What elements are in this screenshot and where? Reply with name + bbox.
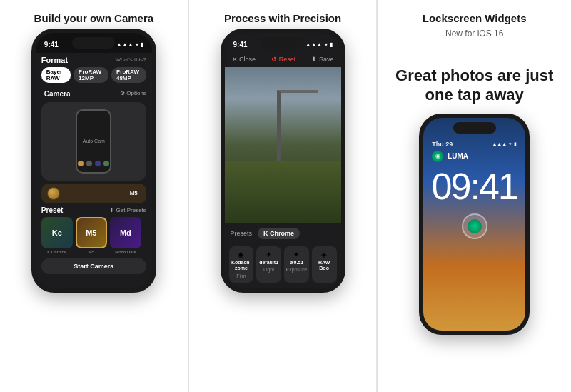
active-preset-chip[interactable]: K Chrome bbox=[258, 228, 300, 239]
reset-button[interactable]: ↺ Reset bbox=[271, 56, 295, 63]
lock-battery-icon: ▮ bbox=[514, 141, 517, 147]
pill-proraw-48[interactable]: ProRAW 48MP bbox=[111, 67, 146, 83]
col1-title: Build your own Camera bbox=[34, 11, 154, 26]
preset-kc-text: Kc bbox=[52, 228, 62, 237]
exposure-icon: ✦ bbox=[293, 251, 299, 258]
phone1-time: 9:41 bbox=[44, 41, 59, 49]
get-presets-button[interactable]: ⬇ Get Presets bbox=[109, 207, 146, 213]
format-label: Format bbox=[41, 56, 68, 64]
format-bar: Format What's this? bbox=[39, 56, 149, 64]
raw-icon: ◈ bbox=[321, 251, 327, 258]
kodachrome-sub: Film bbox=[236, 273, 246, 278]
tool-light[interactable]: ☀ default1 Light bbox=[256, 246, 281, 283]
preset-header: Preset ⬇ Get Presets bbox=[41, 206, 146, 214]
pill-proraw-12[interactable]: ProRAW 12MP bbox=[74, 67, 108, 83]
light-icon: ☀ bbox=[266, 251, 272, 258]
camera-controls: M5 bbox=[41, 184, 146, 203]
close-button[interactable]: ✕ Close bbox=[232, 56, 256, 63]
phone1-status-icons: ▲▲▲ ▾ ▮ bbox=[116, 41, 143, 48]
preset-md-name: Mono Dark bbox=[110, 250, 141, 254]
phone1-notch bbox=[72, 37, 115, 49]
phone3-notch bbox=[453, 122, 496, 134]
start-camera-label: Start Camera bbox=[74, 263, 113, 270]
pill-bayer-raw[interactable]: Bayer RAW bbox=[41, 67, 71, 83]
preset-item-m5[interactable]: M5 M5 bbox=[76, 217, 107, 254]
tool-raw[interactable]: ◈ RAW Boo bbox=[312, 246, 337, 283]
process-tools: ◉ Kodach­zome Film ☀ default1 Light ✦ ⌀ … bbox=[225, 243, 341, 288]
exposure-sub: Exposure bbox=[286, 267, 308, 272]
photo-ground bbox=[225, 161, 341, 223]
wifi2-icon: ▾ bbox=[325, 41, 328, 48]
preset-md-text: Md bbox=[120, 228, 131, 237]
dot3 bbox=[95, 161, 101, 166]
phone3-content: Thu 29 ▲▲▲ ▾ ▮ ◉ LUMA 09:41 bbox=[423, 118, 525, 331]
phone1: 9:41 ▲▲▲ ▾ ▮ Format What's this? Bayer R… bbox=[31, 29, 156, 293]
lock-bg-gradient bbox=[423, 245, 525, 331]
lock-status-icons: ▲▲▲ ▾ ▮ bbox=[492, 141, 517, 147]
tool-exposure[interactable]: ✦ ⌀ 0.51 Exposure bbox=[284, 246, 309, 283]
lockscreen-phone-container: Thu 29 ▲▲▲ ▾ ▮ ◉ LUMA 09:41 bbox=[419, 114, 530, 335]
camera-label: Camera bbox=[44, 90, 71, 98]
camera-preview: Auto Cam bbox=[41, 102, 146, 181]
col3-title: Lockscreen Widgets bbox=[423, 11, 527, 26]
wifi-icon: ▾ bbox=[136, 41, 138, 48]
options-button[interactable]: ⚙ Options bbox=[120, 90, 146, 96]
phone2-content: ✕ Close ↺ Reset ⬆ Save Presets K Chrome … bbox=[225, 33, 341, 288]
exposure-label: ⌀ 0.51 bbox=[290, 260, 304, 266]
whats-this: What's this? bbox=[116, 56, 146, 63]
col2-title: Process with Precision bbox=[224, 11, 341, 26]
phone1-content: Format What's this? Bayer RAW ProRAW 12M… bbox=[36, 53, 152, 288]
signal2-icon: ▲▲▲ bbox=[305, 41, 323, 48]
dot2 bbox=[86, 161, 92, 166]
m5-badge: M5 bbox=[130, 190, 138, 196]
dot1 bbox=[78, 161, 84, 166]
lock-wifi-icon: ▾ bbox=[509, 141, 512, 147]
battery2-icon: ▮ bbox=[330, 41, 333, 48]
luma-inner: ◉ bbox=[435, 153, 440, 159]
color-dots bbox=[78, 161, 109, 166]
col2-section: Process with Precision 9:41 ▲▲▲ ▾ ▮ ✕ Cl… bbox=[189, 0, 378, 392]
preset-section: Preset ⬇ Get Presets Kc K Chrome M5 bbox=[39, 203, 149, 254]
col1-section: Build your own Camera 9:41 ▲▲▲ ▾ ▮ Forma… bbox=[0, 0, 188, 392]
lock-clock: 09:41 bbox=[423, 168, 525, 205]
phone2: 9:41 ▲▲▲ ▾ ▮ ✕ Close ↺ Reset ⬆ Save Pres… bbox=[221, 29, 345, 293]
preset-label: Preset bbox=[41, 206, 64, 214]
luma-icon: ◉ bbox=[432, 151, 443, 162]
col3-section: Lockscreen Widgets New for iOS 16 Great … bbox=[378, 0, 571, 392]
start-camera-button[interactable]: Start Camera bbox=[41, 258, 146, 274]
light-sub: Light bbox=[263, 267, 274, 272]
luma-label: LUMA bbox=[448, 152, 468, 160]
preset-item-kc[interactable]: Kc K Chrome bbox=[41, 217, 73, 254]
tool-kodachrome[interactable]: ◉ Kodach­zome Film bbox=[229, 246, 254, 283]
kodachrome-icon: ◉ bbox=[238, 251, 244, 258]
lock-signal-icon: ▲▲▲ bbox=[492, 141, 507, 146]
hero-text-content: Great photos are just one tap away bbox=[395, 66, 553, 104]
widget-inner-icon bbox=[468, 219, 482, 233]
lock-widget bbox=[423, 213, 525, 239]
kodachrome-label: Kodach­zome bbox=[231, 260, 251, 272]
hero-text: Great photos are just one tap away bbox=[386, 66, 562, 105]
photo-structure bbox=[277, 90, 318, 169]
preset-m5-name: M5 bbox=[76, 250, 107, 254]
widget-circle bbox=[462, 213, 487, 239]
battery-icon: ▮ bbox=[141, 41, 143, 48]
photo-preview bbox=[225, 67, 341, 223]
phone3: Thu 29 ▲▲▲ ▾ ▮ ◉ LUMA 09:41 bbox=[419, 114, 530, 335]
phone2-status-icons: ▲▲▲ ▾ ▮ bbox=[305, 41, 333, 48]
dot4 bbox=[103, 161, 109, 166]
phone2-time: 9:41 bbox=[233, 41, 248, 49]
preset-item-md[interactable]: Md Mono Dark bbox=[110, 217, 141, 254]
preset-m5-text: M5 bbox=[86, 228, 96, 237]
preset-kc-name: K Chrome bbox=[41, 250, 73, 254]
save-button[interactable]: ⬆ Save bbox=[311, 56, 333, 63]
raw-label: RAW Boo bbox=[315, 260, 334, 272]
control-knob[interactable] bbox=[47, 187, 60, 200]
lock-time: Thu 29 bbox=[432, 141, 453, 148]
phone2-notch bbox=[261, 37, 304, 49]
auto-cam-label: Auto Cam bbox=[83, 139, 105, 144]
light-label: default1 bbox=[259, 260, 278, 266]
lock-app-row: ◉ LUMA bbox=[423, 148, 525, 165]
format-pills: Bayer RAW ProRAW 12MP ProRAW 48MP bbox=[39, 67, 149, 83]
preset-items: Kc K Chrome M5 M5 Md Mono D bbox=[41, 217, 146, 254]
col3-subtitle: New for iOS 16 bbox=[445, 29, 503, 39]
